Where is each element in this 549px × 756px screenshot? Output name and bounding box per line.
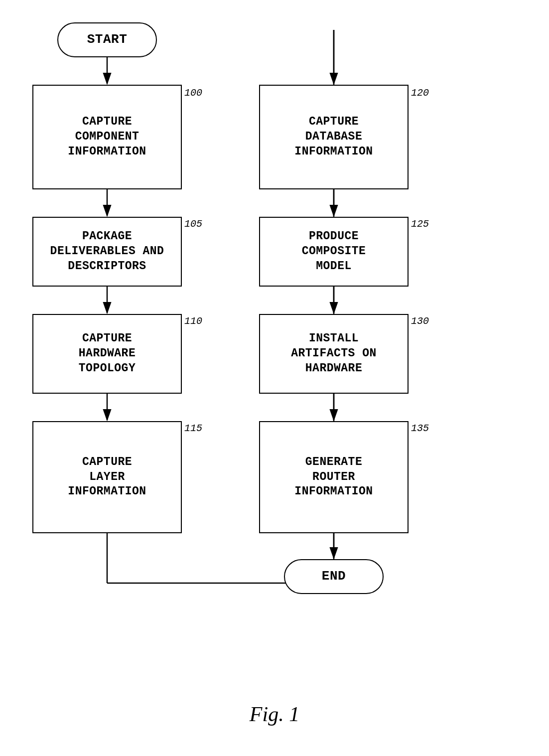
step-label-100: 100: [184, 87, 202, 99]
step-label-130: 130: [411, 315, 429, 327]
step-label-115: 115: [184, 423, 202, 434]
start-node: START: [57, 22, 157, 57]
step-label-135: 135: [411, 423, 429, 434]
node-115: CAPTURELAYERINFORMATION: [32, 421, 182, 533]
step-label-120: 120: [411, 87, 429, 99]
figure-label: Fig. 1: [250, 702, 299, 726]
node-100: CAPTURECOMPONENTINFORMATION: [32, 85, 182, 189]
node-105: PACKAGEDELIVERABLES ANDDESCRIPTORS: [32, 217, 182, 287]
node-130: INSTALLARTIFACTS ONHARDWARE: [259, 314, 409, 394]
diagram-container: START CAPTURECOMPONENTINFORMATION 100 PA…: [0, 0, 549, 756]
step-label-125: 125: [411, 218, 429, 230]
step-label-105: 105: [184, 218, 202, 230]
node-120: CAPTUREDATABASEINFORMATION: [259, 85, 409, 189]
node-110: CAPTUREHARDWARETOPOLOGY: [32, 314, 182, 394]
end-node: END: [284, 559, 384, 594]
node-125: PRODUCECOMPOSITEMODEL: [259, 217, 409, 287]
step-label-110: 110: [184, 315, 202, 327]
node-135: GENERATEROUTERINFORMATION: [259, 421, 409, 533]
